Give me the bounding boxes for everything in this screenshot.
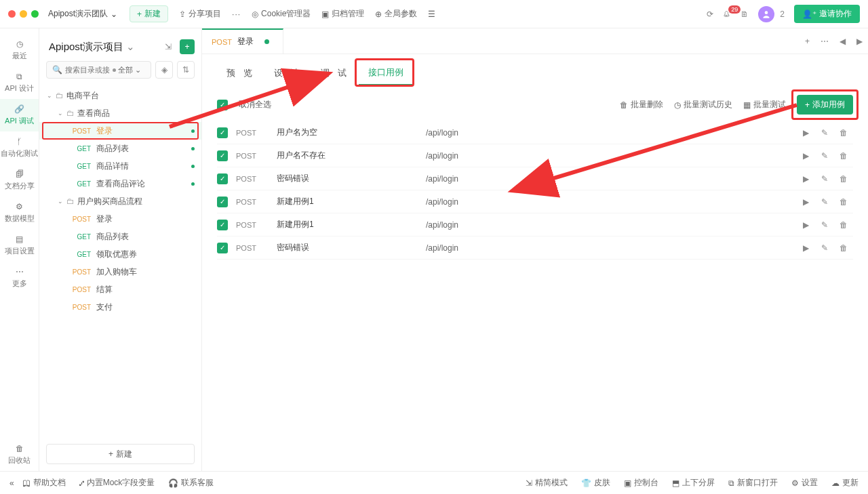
console-link[interactable]: ▣控制台 [624, 477, 658, 489]
tree-item[interactable]: GET 商品列表 [39, 228, 201, 245]
tree-item[interactable]: GET 商品列表 [39, 140, 201, 157]
tree-item[interactable]: GET 商品详情 [39, 157, 201, 175]
delete-icon[interactable]: 🗑 [834, 220, 853, 230]
tree-folder[interactable]: ⌄ 🗀 电商平台 [39, 87, 201, 104]
maximize-window-icon[interactable] [31, 10, 39, 18]
team-selector[interactable]: Apipost演示团队 ⌄ [48, 8, 117, 20]
batch-test-button[interactable]: ▦ 批量测试 [743, 99, 786, 110]
row-checkbox[interactable]: ✓ [217, 127, 228, 138]
support-link[interactable]: 🎧联系客服 [168, 477, 214, 489]
split-link[interactable]: ⬒上下分屏 [672, 477, 715, 489]
row-checkbox[interactable]: ✓ [217, 173, 228, 184]
layout-toggle[interactable]: ☰ [428, 9, 435, 19]
tree-folder[interactable]: ⌄ 🗀 查看商品 [39, 104, 201, 122]
archive-link[interactable]: ▣ 归档管理 [321, 8, 364, 20]
tree-item-login[interactable]: POST 登录 [39, 122, 201, 140]
import-icon[interactable]: ⇲ [161, 39, 176, 54]
tree-item[interactable]: POST 支付 [39, 298, 201, 316]
search-input[interactable] [65, 66, 113, 74]
tab-cases[interactable]: 接口用例 [359, 61, 413, 85]
file-tab[interactable]: POST 登录 [202, 28, 283, 54]
tab-next[interactable]: ▶ [851, 28, 868, 54]
notifications-icon[interactable]: 🕭 29 [723, 9, 731, 19]
edit-icon[interactable]: ✎ [815, 128, 834, 138]
nav-api-debug[interactable]: 🔗 API 调试 [0, 99, 39, 131]
newwindow-link[interactable]: ⧉新窗口打开 [728, 477, 778, 489]
nav-more[interactable]: ⋯ 更多 [0, 262, 39, 294]
tree-item[interactable]: POST 登录 [39, 210, 201, 228]
case-row[interactable]: ✓POST用户名为空/api/login▶✎🗑 [217, 121, 853, 144]
tab-preview[interactable]: 预 览 [217, 62, 264, 85]
locate-icon[interactable]: ◈ [155, 61, 173, 79]
run-icon[interactable]: ▶ [796, 243, 815, 253]
skin-link[interactable]: 👕皮肤 [581, 477, 610, 489]
row-checkbox[interactable]: ✓ [217, 150, 228, 161]
tree-item[interactable]: POST 结算 [39, 281, 201, 298]
sidebar-new-button[interactable]: + 新建 [46, 444, 195, 464]
add-case-button[interactable]: + 添加用例 [797, 95, 853, 115]
edit-icon[interactable]: ✎ [815, 174, 834, 184]
select-all-checkbox[interactable]: ✓ [217, 100, 228, 110]
case-row[interactable]: ✓POST新建用例1/api/login▶✎🗑 [217, 213, 853, 236]
sort-icon[interactable]: ⇅ [177, 61, 195, 79]
search-box[interactable]: 🔍 全部 ⌄ [46, 61, 151, 79]
settings-link[interactable]: ⚙设置 [791, 477, 818, 489]
more-menu[interactable]: ··· [232, 9, 241, 19]
tree-item[interactable]: POST 加入购物车 [39, 263, 201, 281]
mock-link[interactable]: ⑇内置Mock字段变量 [79, 477, 155, 489]
nav-data-model[interactable]: ⚙ 数据模型 [0, 197, 39, 229]
share-project-link[interactable]: ⇪ 分享项目 [179, 8, 221, 20]
notes-icon[interactable]: 🗎 [741, 9, 749, 19]
tab-debug[interactable]: 调 试 [311, 62, 359, 85]
nav-api-design[interactable]: ⧉ API 设计 [0, 66, 39, 99]
row-checkbox[interactable]: ✓ [217, 220, 228, 230]
row-checkbox[interactable]: ✓ [217, 243, 228, 253]
batch-delete-button[interactable]: 🗑 批量删除 [620, 99, 663, 110]
delete-icon[interactable]: 🗑 [834, 128, 853, 138]
tree-item[interactable]: GET 查看商品评论 [39, 175, 201, 192]
global-params-link[interactable]: ⊕ 全局参数 [375, 8, 417, 20]
edit-icon[interactable]: ✎ [815, 243, 834, 253]
run-icon[interactable]: ▶ [796, 128, 815, 138]
help-link[interactable]: 🕮帮助文档 [22, 477, 66, 489]
cookie-manager-link[interactable]: ◎ Cookie管理器 [252, 8, 311, 20]
case-row[interactable]: ✓POST用户名不存在/api/login▶✎🗑 [217, 144, 853, 167]
collapse-sidebar-icon[interactable]: « [9, 478, 14, 488]
minimize-window-icon[interactable] [20, 10, 27, 18]
tab-prev[interactable]: ◀ [834, 28, 851, 54]
project-title[interactable]: Apipost演示项目 ⌄ [49, 41, 157, 54]
row-checkbox[interactable]: ✓ [217, 197, 228, 207]
nav-doc-share[interactable]: 🗐 文档分享 [0, 164, 39, 197]
nav-recycle[interactable]: 🗑 回收站 [0, 438, 39, 471]
edit-icon[interactable]: ✎ [815, 197, 834, 207]
case-row[interactable]: ✓POST密码错误/api/login▶✎🗑 [217, 167, 853, 190]
batch-history-button[interactable]: ◷ 批量测试历史 [674, 99, 732, 110]
compact-mode[interactable]: ⇲精简模式 [526, 477, 568, 489]
case-row[interactable]: ✓POST密码错误/api/login▶✎🗑 [217, 236, 853, 260]
tree-folder[interactable]: ⌄ 🗀 用户购买商品流程 [39, 192, 201, 210]
edit-icon[interactable]: ✎ [815, 220, 834, 230]
run-icon[interactable]: ▶ [796, 197, 815, 207]
tab-design[interactable]: 设 计 [264, 62, 312, 85]
close-window-icon[interactable] [8, 10, 16, 18]
avatar[interactable] [758, 6, 774, 22]
update-link[interactable]: ☁更新 [831, 477, 859, 489]
tree-item[interactable]: GET 领取优惠券 [39, 245, 201, 263]
invite-button[interactable]: 👤⁺ 邀请协作 [794, 5, 860, 23]
nav-auto-test[interactable]: ᚶ 自动化测试 [0, 131, 39, 164]
edit-icon[interactable]: ✎ [815, 151, 834, 161]
delete-icon[interactable]: 🗑 [834, 243, 853, 253]
delete-icon[interactable]: 🗑 [834, 197, 853, 207]
delete-icon[interactable]: 🗑 [834, 174, 853, 184]
run-icon[interactable]: ▶ [796, 174, 815, 184]
nav-recent[interactable]: ◷ 最近 [0, 34, 39, 66]
run-icon[interactable]: ▶ [796, 151, 815, 161]
sync-icon[interactable]: ⟳ [707, 9, 713, 19]
window-controls[interactable] [8, 10, 39, 18]
case-row[interactable]: ✓POST新建用例1/api/login▶✎🗑 [217, 190, 853, 213]
add-tab-button[interactable]: + [800, 28, 815, 54]
delete-icon[interactable]: 🗑 [834, 151, 853, 161]
nav-project-settings[interactable]: ▤ 项目设置 [0, 229, 39, 262]
run-icon[interactable]: ▶ [796, 220, 815, 230]
add-button[interactable]: + [180, 39, 195, 54]
